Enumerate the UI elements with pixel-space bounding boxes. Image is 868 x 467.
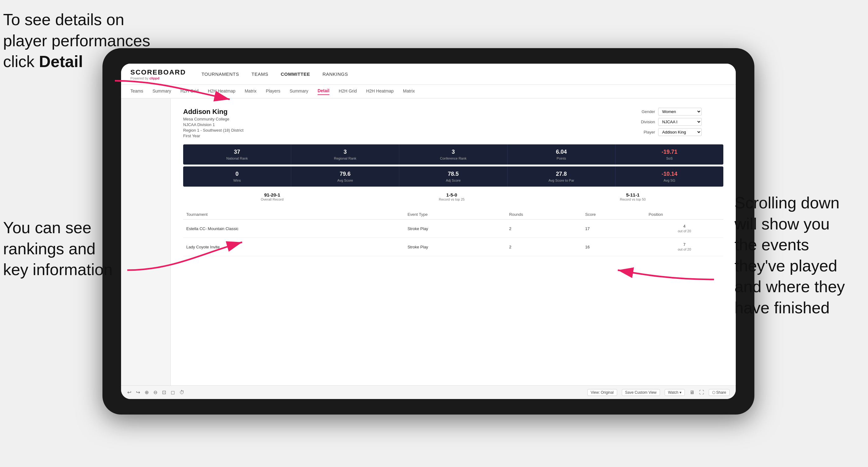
top-nav: SCOREBOARD Powered by clippd TOURNAMENTS… (121, 64, 736, 85)
player-select[interactable]: Addison King (658, 128, 702, 136)
sos-label: SoS (619, 156, 720, 160)
tournament-name-2: Lady Coyote Invite (183, 238, 404, 256)
avg-score-par-label: Avg Score to Par (511, 179, 612, 182)
nav-tournaments[interactable]: TOURNAMENTS (202, 71, 239, 77)
grid-icon[interactable]: ⊡ (162, 390, 166, 395)
detail-area: Addison King Mesa Community College NJCA… (171, 98, 736, 385)
view-original-button[interactable]: View: Original (587, 389, 617, 396)
col-event-type: Event Type (404, 210, 506, 220)
clock-icon[interactable]: ⏱ (180, 390, 184, 395)
remove-icon[interactable]: ⊖ (153, 390, 157, 395)
stat-avg-score-par: 27.8 Avg Score to Par (507, 166, 616, 187)
tablet-screen: SCOREBOARD Powered by clippd TOURNAMENTS… (121, 64, 736, 399)
player-year: First Year (183, 133, 243, 138)
record-top50: 5-11-1 Record vs top 50 (620, 192, 646, 201)
share-button[interactable]: ⬡ Share (709, 389, 730, 396)
player-school: Mesa Community College (183, 117, 243, 121)
save-custom-view-button[interactable]: Save Custom View (622, 389, 660, 396)
player-division: NJCAA Division 1 (183, 122, 243, 127)
stat-sos: -19.71 SoS (616, 145, 723, 164)
square-icon[interactable]: ◻ (171, 390, 175, 395)
undo-icon[interactable]: ↩ (127, 390, 131, 395)
wins-value: 0 (186, 171, 288, 177)
gender-select[interactable]: Women Men (658, 108, 702, 116)
division-select[interactable]: NJCAA I NJCAA II (658, 118, 702, 126)
stat-regional-rank: 3 Regional Rank (291, 145, 399, 164)
col-tournament: Tournament (183, 210, 404, 220)
points-value: 6.04 (511, 149, 612, 155)
player-name: Addison King (183, 108, 243, 116)
adj-score-value: 78.5 (402, 171, 504, 177)
stat-points: 6.04 Points (507, 145, 616, 164)
sos-value: -19.71 (619, 149, 720, 155)
record-top25-label: Record vs top 25 (439, 197, 465, 201)
nav-committee[interactable]: COMMITTEE (281, 71, 310, 77)
player-filter-label: Player (637, 130, 655, 134)
regional-rank-value: 3 (294, 149, 396, 155)
player-filter-row: Player Addison King (637, 128, 723, 136)
tab-summary2[interactable]: Summary (290, 89, 308, 95)
avg-score-value: 79.6 (294, 171, 396, 177)
tournament-table: Tournament Event Type Rounds Score Posit… (183, 210, 723, 256)
nav-items: TOURNAMENTS TEAMS COMMITTEE RANKINGS (202, 71, 348, 77)
stat-avg-score: 79.6 Avg Score (291, 166, 399, 187)
tab-matrix[interactable]: Matrix (245, 89, 256, 95)
annotation-right: Scrolling down will show you the events … (735, 192, 865, 319)
tab-summary[interactable]: Summary (152, 89, 171, 95)
nav-rankings[interactable]: RANKINGS (322, 71, 348, 77)
record-overall-value: 91-20-1 (261, 192, 283, 197)
annotation-top-left: To see details on player performances cl… (3, 9, 150, 72)
tab-h2h-heatmap2[interactable]: H2H Heatmap (366, 89, 394, 95)
stat-adj-score: 78.5 Adj Score (399, 166, 507, 187)
record-top25: 1-5-0 Record vs top 25 (439, 192, 465, 201)
main-content: Addison King Mesa Community College NJCA… (121, 98, 736, 385)
score-1: 17 (582, 220, 645, 238)
table-row: Lady Coyote Invite Stroke Play 2 16 7out… (183, 238, 723, 256)
avg-score-label: Avg Score (294, 179, 396, 182)
col-score: Score (582, 210, 645, 220)
event-type-1: Stroke Play (404, 220, 506, 238)
col-rounds: Rounds (506, 210, 582, 220)
redo-icon[interactable]: ↪ (136, 390, 140, 395)
gender-filter-row: Gender Women Men (637, 108, 723, 116)
tab-teams[interactable]: Teams (130, 89, 143, 95)
position-2: 7out of 20 (645, 238, 723, 256)
avg-score-par-value: 27.8 (511, 171, 612, 177)
tab-h2h-grid[interactable]: H2H Grid (180, 89, 198, 95)
rounds-1: 2 (506, 220, 582, 238)
wins-label: Wins (186, 179, 288, 182)
fullscreen-icon[interactable]: ⛶ (699, 390, 704, 395)
conference-rank-value: 3 (402, 149, 504, 155)
add-icon[interactable]: ⊕ (145, 390, 149, 395)
table-row: Estella CC- Mountain Classic Stroke Play… (183, 220, 723, 238)
adj-score-label: Adj Score (402, 179, 504, 182)
record-overall-label: Overall Record (261, 197, 283, 201)
avg-sg-label: Avg SG (619, 179, 720, 182)
conference-rank-label: Conference Rank (402, 156, 504, 160)
watch-button[interactable]: Watch ▾ (665, 389, 685, 396)
records-row: 91-20-1 Overall Record 1-5-0 Record vs t… (183, 188, 723, 205)
event-type-2: Stroke Play (404, 238, 506, 256)
nav-teams[interactable]: TEAMS (251, 71, 268, 77)
division-filter-row: Division NJCAA I NJCAA II (637, 118, 723, 126)
sub-nav: Teams Summary H2H Grid H2H Heatmap Matri… (121, 85, 736, 98)
annotation-bottom-left: You can see rankings and key information (3, 217, 113, 280)
avg-sg-value: -10.14 (619, 171, 720, 177)
stat-wins: 0 Wins (183, 166, 291, 187)
tab-matrix2[interactable]: Matrix (403, 89, 415, 95)
tournament-name-1: Estella CC- Mountain Classic (183, 220, 404, 238)
tab-h2h-heatmap[interactable]: H2H Heatmap (208, 89, 236, 95)
regional-rank-label: Regional Rank (294, 156, 396, 160)
national-rank-value: 37 (186, 149, 288, 155)
record-top50-value: 5-11-1 (620, 192, 646, 197)
screen-icon[interactable]: 🖥 (689, 390, 694, 395)
bottom-toolbar: ↩ ↪ ⊕ ⊖ ⊡ ◻ ⏱ View: Original Save Custom… (121, 385, 736, 399)
tab-players[interactable]: Players (266, 89, 280, 95)
stat-avg-sg: -10.14 Avg SG (616, 166, 723, 187)
tab-h2h-grid2[interactable]: H2H Grid (339, 89, 357, 95)
record-overall: 91-20-1 Overall Record (261, 192, 283, 201)
player-info: Addison King Mesa Community College NJCA… (183, 108, 243, 138)
national-rank-label: National Rank (186, 156, 288, 160)
stat-conference-rank: 3 Conference Rank (399, 145, 507, 164)
tab-detail[interactable]: Detail (318, 88, 330, 95)
